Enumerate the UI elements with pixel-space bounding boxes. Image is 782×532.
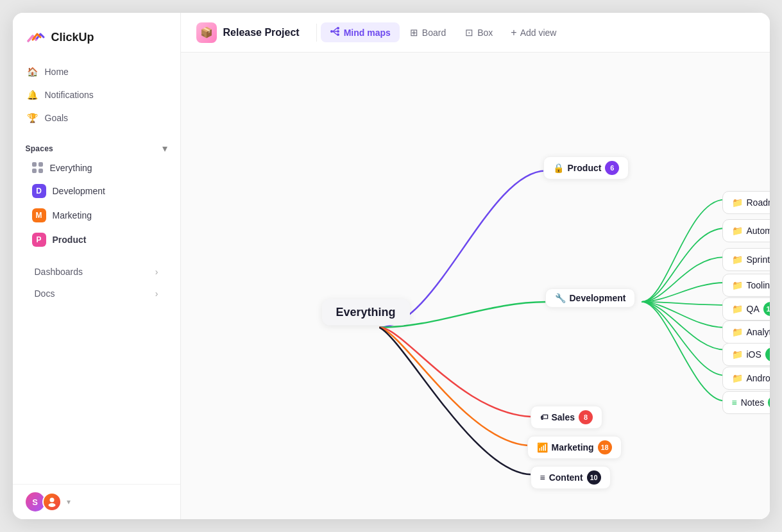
automation-label: Automation	[747, 226, 770, 236]
ios-icon: 📁	[732, 349, 743, 360]
mindmap-canvas: Everything 🔒 Product 6 🔧 Development 🏷 S…	[181, 53, 770, 519]
trophy-icon: 🏆	[27, 112, 38, 124]
node-automation[interactable]: 📁 Automation 6	[722, 219, 770, 242]
marketing-node-icon: 📶	[537, 442, 548, 453]
topbar-divider	[316, 24, 317, 42]
product-node-icon: 🔒	[553, 163, 564, 173]
everything-grid-icon	[32, 162, 44, 174]
node-analytics[interactable]: 📁 Analytics 5	[722, 320, 770, 344]
sidebar-navigation: 🏠 Home 🔔 Notifications 🏆 Goals	[13, 58, 180, 132]
content-node-icon: ≡	[540, 472, 545, 483]
node-ios[interactable]: 📁 iOS 1	[722, 343, 770, 366]
sidebar-item-notifications-label: Notifications	[45, 90, 94, 100]
content-badge: 10	[587, 470, 601, 485]
marketing-label: Marketing	[53, 210, 92, 220]
svg-point-2	[330, 30, 333, 33]
development-node-label: Development	[570, 293, 626, 303]
dashboards-collapse[interactable]: Dashboards ›	[21, 261, 173, 283]
bell-icon: 🔔	[27, 89, 38, 101]
topbar: 📦 Release Project Mind maps ⊞ Board ⊡ Bo…	[181, 13, 770, 53]
node-product[interactable]: 🔒 Product 6	[543, 156, 629, 179]
analytics-label: Analytics	[747, 327, 770, 337]
dashboards-label: Dashboards	[35, 267, 83, 277]
svg-point-5	[337, 33, 339, 36]
spaces-header: Spaces ▾	[26, 142, 167, 154]
spaces-collapse-icon[interactable]: ▾	[162, 142, 167, 154]
sidebar-item-product[interactable]: P Product	[26, 228, 167, 252]
marketing-node-label: Marketing	[552, 442, 594, 453]
node-qa[interactable]: 📁 QA 11	[722, 297, 770, 320]
node-marketing[interactable]: 📶 Marketing 18	[527, 436, 622, 459]
sidebar-item-goals-label: Goals	[45, 113, 69, 123]
sidebar-item-goals[interactable]: 🏆 Goals	[21, 106, 173, 129]
sidebar-item-marketing[interactable]: M Marketing	[26, 203, 167, 228]
project-title: Release Project	[223, 27, 300, 38]
node-sprints[interactable]: 📁 Sprints 11	[722, 248, 770, 271]
product-node-label: Product	[568, 163, 602, 173]
spaces-title: Spaces	[26, 144, 53, 153]
analytics-icon: 📁	[732, 327, 743, 337]
sidebar-item-development[interactable]: D Development	[26, 179, 167, 203]
everything-label: Everything	[50, 163, 92, 173]
qa-badge: 11	[763, 302, 770, 316]
user-dropdown-icon[interactable]: ▾	[67, 497, 71, 506]
docs-arrow-icon: ›	[155, 288, 158, 299]
development-label: Development	[53, 186, 106, 196]
sidebar-item-notifications[interactable]: 🔔 Notifications	[21, 83, 173, 106]
docs-collapse[interactable]: Docs ›	[21, 283, 173, 304]
collapsed-sections: Dashboards › Docs ›	[13, 256, 180, 310]
development-avatar: D	[32, 184, 46, 198]
qa-icon: 📁	[732, 304, 743, 314]
project-icon: 📦	[196, 22, 217, 43]
tab-board[interactable]: ⊞ Board	[401, 23, 455, 42]
roadmap-label: Roadmap	[747, 197, 770, 208]
board-icon: ⊞	[410, 27, 418, 38]
qa-label: QA	[747, 304, 760, 314]
node-content[interactable]: ≡ Content 10	[531, 466, 611, 489]
development-node-icon: 🔧	[555, 293, 566, 303]
tab-mind-maps-label: Mind maps	[344, 28, 391, 38]
dashboards-arrow-icon: ›	[155, 267, 158, 277]
add-view-button[interactable]: + Add view	[503, 23, 564, 42]
main-content: 📦 Release Project Mind maps ⊞ Board ⊡ Bo…	[181, 13, 770, 519]
content-node-label: Content	[549, 472, 583, 483]
android-label: Android	[747, 373, 770, 383]
sidebar-item-everything[interactable]: Everything	[26, 157, 167, 179]
node-roadmap[interactable]: 📁 Roadmap 11	[722, 191, 770, 214]
sidebar-item-home[interactable]: 🏠 Home	[21, 60, 173, 83]
tab-mind-maps[interactable]: Mind maps	[321, 22, 400, 42]
marketing-avatar: M	[32, 208, 46, 222]
tab-box[interactable]: ⊡ Box	[456, 23, 502, 42]
node-android[interactable]: 📁 Android 4	[722, 367, 770, 390]
notes-badge: 3	[768, 395, 769, 410]
node-development[interactable]: 🔧 Development	[545, 288, 636, 308]
marketing-badge: 18	[598, 440, 612, 454]
center-node: Everything	[322, 299, 410, 326]
ios-label: iOS	[747, 349, 761, 360]
plus-icon: +	[511, 27, 516, 38]
sidebar: ClickUp 🏠 Home 🔔 Notifications 🏆 Goals S…	[13, 13, 181, 519]
ios-badge: 1	[765, 347, 770, 362]
add-view-label: Add view	[520, 28, 557, 38]
sprints-icon: 📁	[732, 254, 743, 265]
spaces-section: Spaces ▾ Everything D Development	[13, 132, 180, 256]
notes-label: Notes	[741, 397, 765, 408]
node-sales[interactable]: 🏷 Sales 8	[531, 406, 603, 429]
svg-point-1	[48, 503, 55, 507]
mindmap-svg	[181, 53, 770, 519]
box-icon: ⊡	[465, 27, 473, 38]
product-label: Product	[53, 235, 87, 245]
notes-icon: ≡	[732, 397, 737, 408]
node-notes[interactable]: ≡ Notes 3	[722, 391, 770, 414]
user-avatar-2	[42, 492, 62, 511]
roadmap-icon: 📁	[732, 197, 743, 208]
tooling-icon: 📁	[732, 280, 743, 290]
product-badge: 6	[605, 161, 619, 175]
tab-box-label: Box	[477, 28, 493, 38]
sidebar-item-home-label: Home	[45, 67, 69, 77]
node-tooling[interactable]: 📁 Tooling 5	[722, 274, 770, 297]
svg-point-4	[337, 30, 339, 33]
sales-badge: 8	[579, 410, 593, 424]
sidebar-logo: ClickUp	[13, 13, 180, 58]
android-icon: 📁	[732, 373, 743, 383]
